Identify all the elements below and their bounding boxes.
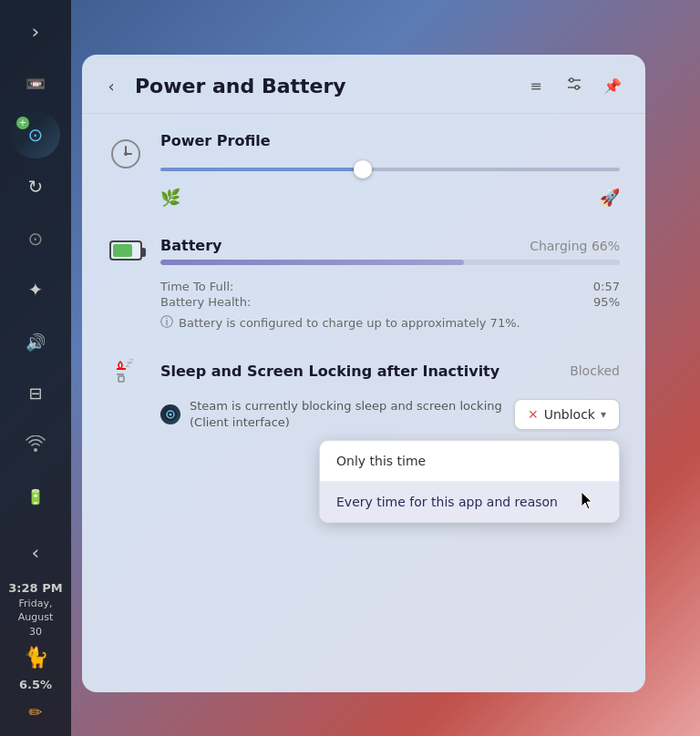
sidebar-pencil-icon: ✏ [28, 702, 42, 721]
svg-point-3 [575, 86, 579, 89]
slider-icons: 🌿 🚀 [160, 188, 620, 207]
time-to-full-label: Time To Full: [160, 280, 233, 293]
battery-icon-wrap [108, 232, 144, 269]
chevron-right-icon: › [32, 20, 40, 43]
time-to-full-value: 0:57 [593, 280, 620, 293]
power-profile-section: Power Profile 🌿 🚀 [108, 132, 620, 207]
pin-button[interactable]: 📌 [598, 71, 627, 100]
battery-health-row: Battery Health: 95% [160, 295, 620, 309]
sidebar-date-1: Friday, [8, 597, 62, 610]
power-slider[interactable] [160, 158, 620, 180]
battery-note: ⓘ Battery is configured to charge up to … [160, 314, 620, 331]
battery-charging-status: Charging 66% [530, 239, 620, 253]
unblock-label: Unblock [544, 407, 595, 422]
dropdown-item-every[interactable]: Every time for this app and reason [320, 482, 619, 522]
battery-section: Battery Charging 66% Time To Full: 0:57 [108, 232, 620, 331]
steam-block-row: Steam is currently blocking sleep and sc… [160, 398, 620, 431]
unblock-button[interactable]: ✕ Unblock ▾ [514, 399, 620, 430]
sleep-section: z z Sleep and Screen Locking after Inact… [108, 353, 620, 431]
sidebar-steam-active[interactable]: ⊙ + [11, 111, 60, 159]
unblock-x-icon: ✕ [528, 407, 539, 422]
blocked-badge: Blocked [570, 363, 620, 378]
panel-content: Power Profile 🌿 🚀 [82, 114, 645, 467]
sleep-title-row: Sleep and Screen Locking after Inactivit… [160, 363, 620, 380]
battery-fill [113, 244, 132, 257]
cassette-icon: 📼 [26, 74, 46, 93]
battery-title-row: Battery Charging 66% [160, 237, 620, 254]
sidebar-battery[interactable]: 🔋 [11, 473, 60, 521]
battery-bar-fill [160, 260, 464, 265]
sidebar-steam-gray[interactable]: ⊙ [11, 214, 60, 262]
steam-icon: ⊙ [28, 124, 44, 146]
brightness-icon: ✦ [28, 279, 44, 301]
back-icon: ‹ [108, 77, 114, 96]
sidebar-brightness[interactable]: ✦ [11, 266, 60, 314]
battery-row: Battery Charging 66% [108, 232, 620, 269]
steam-block-text: Steam is currently blocking sleep and sc… [190, 398, 505, 431]
unblock-chevron-icon: ▾ [601, 408, 606, 421]
svg-point-1 [570, 78, 573, 82]
sleep-title-area: Sleep and Screen Locking after Inactivit… [160, 363, 620, 380]
sidebar-device[interactable]: ⊟ [11, 369, 60, 417]
power-profile-title: Power Profile [160, 132, 620, 149]
sidebar-expand-btn[interactable]: › [11, 7, 60, 56]
settings-button[interactable] [560, 71, 589, 100]
menu-button[interactable]: ≡ [521, 71, 551, 100]
dropdown-item-once[interactable]: Only this time [320, 441, 619, 482]
steam-logo [160, 404, 180, 424]
battery-sidebar-icon: 🔋 [26, 488, 45, 506]
pin-icon: 📌 [603, 77, 622, 95]
svg-point-5 [124, 152, 128, 156]
battery-note-text: Battery is configured to charge up to ap… [179, 316, 520, 330]
battery-icon [109, 240, 142, 261]
slider-fill [160, 168, 363, 171]
slider-track [160, 168, 620, 171]
settings-panel: ‹ Power and Battery ≡ 📌 [82, 55, 645, 692]
steam-gray-icon: ⊙ [28, 228, 44, 250]
unblock-dropdown: Only this time Every time for this app a… [319, 440, 620, 523]
svg-rect-10 [118, 376, 124, 382]
slider-thumb[interactable] [354, 160, 372, 179]
device-icon: ⊟ [28, 383, 42, 403]
sidebar-battery-pct: 6.5% [19, 678, 52, 691]
info-icon: ⓘ [160, 314, 173, 331]
power-profile-icon [108, 136, 144, 172]
time-to-full-row: Time To Full: 0:57 [160, 280, 620, 293]
battery-percent: 66% [592, 239, 620, 253]
sidebar-date-2: August [8, 610, 62, 624]
sidebar-volume[interactable]: 🔊 [11, 318, 60, 366]
eco-icon: 🌿 [160, 188, 180, 207]
sidebar-animal-icon: 🐈 [24, 646, 48, 669]
battery-health-label: Battery Health: [160, 295, 251, 309]
menu-icon: ≡ [530, 77, 541, 95]
sleep-header: z z Sleep and Screen Locking after Inact… [108, 353, 620, 389]
battery-info: Battery Charging 66% [160, 237, 620, 265]
power-profile-body: Power Profile 🌿 🚀 [160, 132, 620, 207]
sleep-title: Sleep and Screen Locking after Inactivit… [160, 363, 499, 380]
battery-bar [160, 260, 620, 265]
page-title: Power and Battery [135, 75, 512, 97]
panel-header: ‹ Power and Battery ≡ 📌 [82, 55, 645, 114]
chevron-left-icon: ‹ [32, 541, 40, 564]
battery-label: Battery [160, 237, 221, 254]
sidebar-wifi[interactable] [11, 421, 60, 469]
sidebar-time: 3:28 PM [8, 580, 62, 597]
sidebar-collapse-btn[interactable]: ‹ [11, 528, 60, 577]
svg-point-13 [170, 414, 172, 416]
sidebar-time-display: 3:28 PM Friday, August 30 [8, 580, 62, 639]
steam-badge: + [16, 117, 29, 129]
sleep-icon-wrap: z z [108, 353, 144, 389]
battery-details: Time To Full: 0:57 Battery Health: 95% ⓘ… [160, 280, 620, 331]
svg-text:z: z [129, 357, 133, 365]
performance-icon: 🚀 [600, 188, 620, 207]
settings-icon [566, 76, 582, 96]
sidebar-media-icon[interactable]: 📼 [11, 59, 60, 107]
volume-icon: 🔊 [26, 332, 46, 352]
sidebar-refresh[interactable]: ↻ [11, 162, 60, 210]
back-button[interactable]: ‹ [97, 71, 126, 100]
sidebar-date-3: 30 [8, 625, 62, 639]
wifi-icon [26, 435, 46, 455]
sidebar: › 📼 ⊙ + ↻ ⊙ ✦ 🔊 ⊟ 🔋 ‹ 3: [0, 0, 71, 736]
battery-health-value: 95% [593, 295, 620, 309]
header-actions: ≡ 📌 [521, 71, 627, 100]
